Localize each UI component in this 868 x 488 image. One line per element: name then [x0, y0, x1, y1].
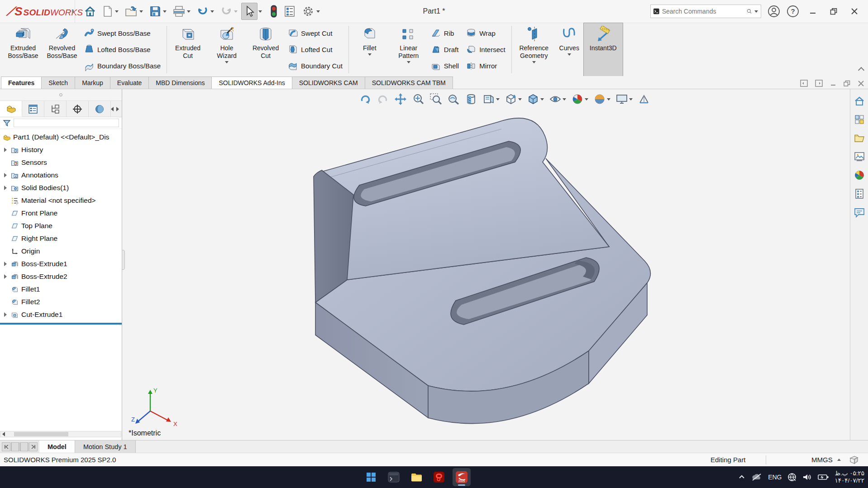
- units-selector[interactable]: MMGS: [811, 456, 841, 464]
- motion-study-tab[interactable]: Motion Study 1: [75, 440, 136, 453]
- language-indicator[interactable]: ENG: [768, 474, 782, 481]
- redo-view-button[interactable]: [375, 92, 391, 106]
- taskbar-solidworks[interactable]: 2025: [453, 468, 471, 486]
- next-tab-button[interactable]: [20, 442, 29, 451]
- expand-arrow-icon[interactable]: [3, 274, 8, 279]
- last-tab-button[interactable]: [29, 442, 38, 451]
- file-properties-button[interactable]: [281, 3, 298, 19]
- displaymanager-tab[interactable]: [89, 101, 111, 117]
- boundary-boss-base-button[interactable]: Boundary Boss/Base: [84, 59, 161, 73]
- panel-splitter-handle[interactable]: [122, 250, 125, 270]
- file-explorer-icon[interactable]: [854, 133, 865, 144]
- next-pane-icon[interactable]: [815, 80, 823, 87]
- tab-features[interactable]: Features: [1, 77, 42, 89]
- taskbar-app-terminal[interactable]: [385, 468, 403, 486]
- restore-button[interactable]: [826, 6, 841, 17]
- shell-button[interactable]: Shell: [431, 59, 459, 73]
- tree-horizontal-scrollbar[interactable]: [0, 431, 121, 437]
- print-button[interactable]: [170, 3, 193, 19]
- undo-view-button[interactable]: [358, 92, 373, 106]
- undo-button[interactable]: [194, 3, 217, 19]
- scrollbar-thumb[interactable]: [14, 432, 68, 436]
- revolved-cut-button[interactable]: Revolved Cut: [246, 23, 285, 76]
- undo-dropdown[interactable]: [210, 10, 214, 13]
- tree-item-cut-extrude1[interactable]: Cut-Extrude1: [0, 308, 122, 321]
- extruded-cut-button[interactable]: Extruded Cut: [168, 23, 207, 76]
- draft-button[interactable]: Draft: [431, 42, 459, 57]
- tree-item-fillet2[interactable]: Fillet2: [0, 296, 122, 308]
- magnified-selection-button[interactable]: [446, 92, 461, 106]
- featuremanager-tree-tab[interactable]: [0, 101, 22, 117]
- expand-arrow-icon[interactable]: [3, 148, 8, 152]
- search-scope-dropdown[interactable]: [754, 10, 758, 13]
- battery-icon[interactable]: [818, 474, 829, 481]
- network-globe-icon[interactable]: [787, 473, 796, 482]
- taskbar-clock[interactable]: ۰۵:۲۵ ب.ظ ۱۴۰۴/۰۷/۲۲: [835, 470, 864, 484]
- lofted-boss-base-button[interactable]: Lofted Boss/Base: [84, 42, 161, 57]
- scroll-tabs-right-icon[interactable]: [116, 107, 119, 111]
- view-orientation-button[interactable]: [503, 92, 523, 106]
- tree-item-annotations[interactable]: A Annotations: [0, 169, 122, 182]
- edit-appearance-button[interactable]: [570, 92, 590, 106]
- options-button[interactable]: [299, 3, 323, 20]
- propertymanager-tab[interactable]: [22, 101, 44, 117]
- tab-evaluate[interactable]: Evaluate: [110, 77, 149, 89]
- tree-item-sensors[interactable]: Sensors: [0, 156, 122, 169]
- tree-root-part[interactable]: Part1 (Default) <<Default>_Dis: [0, 131, 122, 144]
- tab-solidworks-cam[interactable]: SOLIDWORKS CAM: [292, 77, 365, 89]
- boundary-cut-button[interactable]: Boundary Cut: [288, 59, 343, 73]
- dynamic-annotation-button[interactable]: [481, 92, 501, 106]
- minimize-button[interactable]: [806, 6, 820, 17]
- hide-show-dropdown[interactable]: [563, 98, 566, 100]
- expand-arrow-icon[interactable]: [3, 186, 8, 190]
- expand-arrow-icon[interactable]: [3, 173, 8, 177]
- onedrive-paused-icon[interactable]: [751, 473, 762, 481]
- apply-scene-button[interactable]: [592, 92, 612, 106]
- graphics-viewport[interactable]: Y X Z *Isometric: [122, 89, 850, 440]
- 3d-drawing-view-button[interactable]: [636, 92, 652, 106]
- comments-icon[interactable]: [854, 207, 865, 218]
- rollback-bar[interactable]: [0, 323, 122, 325]
- filter-funnel-icon[interactable]: [3, 119, 11, 127]
- zoom-to-fit-button[interactable]: [410, 92, 426, 106]
- scene-dropdown[interactable]: [607, 98, 610, 100]
- user-account-icon[interactable]: [768, 5, 780, 18]
- tree-filter-input[interactable]: [14, 119, 119, 127]
- expand-arrow-icon[interactable]: [3, 262, 8, 266]
- help-icon[interactable]: ?: [787, 5, 799, 18]
- open-button[interactable]: [122, 3, 146, 19]
- annotation-views-dropdown[interactable]: [496, 98, 500, 100]
- scroll-tabs-left-icon[interactable]: [111, 107, 114, 111]
- scroll-left-icon[interactable]: [0, 431, 7, 437]
- tree-item-boss-extrude1[interactable]: Boss-Extrude1: [0, 258, 122, 270]
- reference-geometry-dropdown[interactable]: [532, 61, 536, 63]
- tab-solidworks-add-ins[interactable]: SOLIDWORKS Add-Ins: [211, 77, 292, 89]
- zoom-to-area-button[interactable]: [428, 92, 444, 106]
- close-button[interactable]: [847, 6, 862, 17]
- dimxpertmanager-tab[interactable]: [67, 101, 89, 117]
- extruded-boss-base-button[interactable]: Extruded Boss/Base: [4, 23, 43, 76]
- search-icon[interactable]: [747, 7, 752, 15]
- reference-geometry-button[interactable]: Reference Geometry: [513, 23, 555, 76]
- restore-document-icon[interactable]: [844, 80, 850, 87]
- curves-dropdown[interactable]: [568, 53, 571, 56]
- volume-icon[interactable]: [802, 473, 812, 482]
- search-commands-box[interactable]: [650, 5, 761, 18]
- new-document-button[interactable]: [100, 3, 121, 19]
- hide-show-items-button[interactable]: [548, 92, 568, 106]
- hole-wizard-button[interactable]: Hole Wizard: [207, 23, 246, 76]
- tree-item-right-plane[interactable]: Right Plane: [0, 232, 122, 245]
- tree-item-fillet1[interactable]: Fillet1: [0, 283, 122, 296]
- taskbar-file-explorer[interactable]: [407, 468, 425, 486]
- rib-button[interactable]: Rib: [431, 26, 459, 40]
- tree-item-origin[interactable]: Origin: [0, 245, 122, 258]
- redo-dropdown[interactable]: [234, 10, 238, 13]
- tab-sketch[interactable]: Sketch: [41, 77, 75, 89]
- tree-item-solid-bodies[interactable]: Solid Bodies(1): [0, 182, 122, 194]
- view-settings-dropdown[interactable]: [629, 98, 633, 100]
- ribbon-collapse-button[interactable]: [859, 66, 863, 74]
- view-palette-icon[interactable]: [854, 151, 865, 162]
- view-orientation-dropdown[interactable]: [518, 98, 522, 100]
- expand-arrow-icon[interactable]: [3, 312, 8, 317]
- tree-item-material[interactable]: Material <not specified>: [0, 194, 122, 207]
